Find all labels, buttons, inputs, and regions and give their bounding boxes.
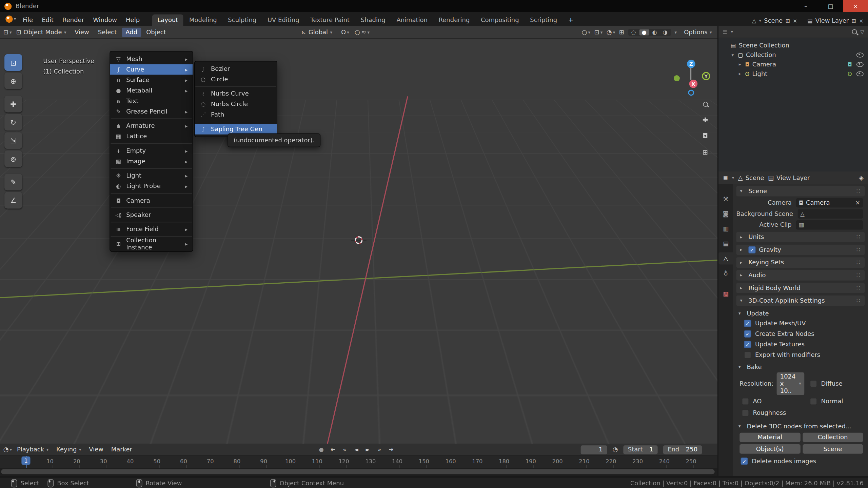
disclosure-triangle-icon[interactable]: ▸ — [737, 62, 743, 67]
add-menu-item-image[interactable]: ▧Image▸ — [110, 156, 193, 166]
shading-solid-button[interactable]: ● — [639, 29, 649, 35]
add-menu-item-curve[interactable]: ʃCurve▸ — [110, 64, 193, 75]
filter-icon[interactable]: ▽ — [860, 29, 864, 35]
pan-icon[interactable]: ✚ — [700, 115, 711, 126]
drag-handle-icon[interactable]: ∷ — [856, 187, 861, 195]
workspace-tab-compositing[interactable]: Compositing — [476, 14, 524, 26]
panel-header-units[interactable]: ▸Units∷ — [736, 232, 865, 242]
outliner-editor-icon[interactable]: ≡ — [723, 28, 728, 35]
workspace-tab-animation[interactable]: Animation — [392, 14, 433, 26]
properties-tab-applink[interactable]: ▩ — [718, 288, 733, 300]
tool-rotate[interactable]: ↻ — [4, 114, 22, 130]
jump-to-start-button[interactable]: ⇤ — [328, 445, 338, 454]
menu-window[interactable]: Window — [88, 14, 121, 26]
add-menu-item-grease-pencil[interactable]: ✎Grease Pencil▸ — [110, 106, 193, 117]
gizmo-neg-y-axis[interactable] — [674, 75, 680, 81]
add-menu-item-light[interactable]: ☀Light▸ — [110, 170, 193, 181]
add-menu-item-force-field[interactable]: ≋Force Field▸ — [110, 224, 193, 235]
viewport-menu-object[interactable]: Object — [142, 27, 170, 37]
playhead-frame-badge[interactable]: 1 — [21, 456, 31, 465]
disclosure-triangle-icon[interactable]: ▾ — [730, 53, 735, 58]
maximize-button[interactable]: □ — [818, 0, 843, 12]
start-frame-field[interactable]: Start 1 — [624, 445, 658, 454]
viewport-menu-select[interactable]: Select — [94, 27, 120, 37]
camera-view-icon[interactable]: ◘ — [700, 130, 711, 142]
chevron-down-icon[interactable]: ▾ — [731, 29, 733, 35]
timeline-scrollbar[interactable] — [0, 468, 717, 476]
delete-nodes-images-checkbox[interactable] — [741, 458, 748, 465]
drag-handle-icon[interactable]: ∷ — [856, 233, 861, 241]
workspace-tab-layout[interactable]: Layout — [153, 14, 183, 26]
add-menu-item-collection-instance[interactable]: ⊞Collection Instance▸ — [110, 239, 193, 249]
timeline-menu-view[interactable]: View — [86, 445, 107, 454]
blender-menu-icon[interactable] — [5, 16, 13, 23]
workspace-tab-scripting[interactable]: Scripting — [525, 14, 562, 26]
drag-handle-icon[interactable]: ∷ — [856, 284, 861, 291]
next-keyframe-button[interactable]: » — [375, 445, 384, 454]
timeline-menu-keying[interactable]: Keying▾ — [53, 445, 84, 454]
applink-panel-header[interactable]: ▾ 3D-Coat Applink Settings ∷ — [736, 296, 865, 306]
resolution-dropdown[interactable]: 1024 x 10.. ▾ — [777, 372, 805, 395]
timeline-menu-marker[interactable]: Marker — [108, 445, 136, 454]
add-menu-item-mesh[interactable]: ▽Mesh▸ — [110, 54, 193, 64]
remove-view-layer-icon[interactable]: × — [859, 18, 864, 24]
shading-material-preview-button[interactable]: ◐ — [650, 29, 659, 35]
pin-icon[interactable]: ◈ — [859, 174, 864, 181]
background-scene-field[interactable]: △ — [797, 209, 863, 219]
disclosure-triangle-icon[interactable]: ▸ — [737, 72, 743, 77]
outliner-row-camera[interactable]: ▸◘Camera◘ — [718, 60, 868, 69]
drag-handle-icon[interactable]: ∷ — [856, 246, 861, 253]
menu-edit[interactable]: Edit — [37, 14, 58, 26]
gizmo-y-axis[interactable]: Y — [702, 72, 710, 80]
panel-header-audio[interactable]: ▸Audio∷ — [736, 270, 865, 281]
gravity-checkbox[interactable] — [748, 246, 755, 253]
orientation-dropdown[interactable]: ⊾ Global ▾ — [298, 28, 336, 36]
overlays-dropdown[interactable]: ◔ ▾ — [607, 28, 615, 36]
curve-submenu-item-bezier[interactable]: ʃBezier — [195, 64, 277, 74]
properties-tab-world[interactable]: ♁ — [718, 267, 733, 280]
tool-measure[interactable]: ∠ — [4, 192, 22, 209]
end-frame-field[interactable]: End 250 — [663, 445, 702, 454]
add-menu-item-armature[interactable]: ⋔Armature▸ — [110, 121, 193, 131]
workspace-tab-uv-editing[interactable]: UV Editing — [262, 14, 304, 26]
options-dropdown[interactable]: Options ▾ — [680, 28, 715, 36]
tool-select-box[interactable]: ⊡ — [4, 54, 22, 71]
mode-dropdown[interactable]: ⊡ Object Mode ▾ — [13, 28, 70, 36]
properties-editor-icon[interactable]: ≣ — [723, 174, 728, 181]
scene-selector[interactable]: Scene — [764, 17, 783, 24]
timeline-editor-button[interactable]: ◔ ▾ — [3, 446, 12, 453]
panel-header-keying-sets[interactable]: ▸Keying Sets∷ — [736, 257, 865, 268]
properties-tab-output[interactable]: ▥ — [718, 222, 733, 235]
unlink-scene-icon[interactable]: × — [793, 18, 797, 24]
ao-checkbox[interactable] — [742, 398, 749, 405]
properties-tab-tool[interactable]: ⚒ — [718, 192, 733, 205]
add-menu-item-lattice[interactable]: ▦Lattice — [110, 131, 193, 142]
timeline-menu-playback[interactable]: Playback▾ — [14, 445, 52, 454]
panel-header-rigid-body-world[interactable]: ▸Rigid Body World∷ — [736, 283, 865, 293]
gizmo-neg-z-axis[interactable] — [688, 89, 694, 96]
properties-tab-view-layer[interactable]: ▤ — [718, 237, 733, 249]
add-menu-item-empty[interactable]: +Empty▸ — [110, 145, 193, 156]
zoom-icon[interactable] — [700, 99, 711, 110]
tool-annotate[interactable]: ✎ — [4, 174, 22, 190]
gizmo-z-axis[interactable]: Z — [687, 60, 695, 68]
3d-viewport[interactable]: User Perspective (1) Collection Z Y X ✚ … — [0, 39, 717, 444]
add-menu-item-surface[interactable]: ∩Surface▸ — [110, 75, 193, 85]
normal-checkbox[interactable] — [810, 398, 817, 405]
breadcrumb-scene[interactable]: △ Scene — [738, 174, 764, 181]
menu-render[interactable]: Render — [58, 14, 88, 26]
visibility-eye-icon[interactable] — [856, 53, 864, 58]
curve-submenu-item-nurbs-circle[interactable]: ◌Nurbs Circle — [195, 99, 277, 109]
outliner-row-collection[interactable]: ▾▢Collection — [718, 50, 868, 60]
add-menu-item-speaker[interactable]: ◁)Speaker — [110, 210, 193, 220]
workspace-tab-rendering[interactable]: Rendering — [434, 14, 475, 26]
shading-wireframe-button[interactable]: ◌ — [629, 29, 638, 35]
outliner-row-scene-collection[interactable]: ▤Scene Collection — [718, 41, 868, 50]
previous-keyframe-button[interactable]: « — [340, 445, 349, 454]
xray-toggle[interactable]: ⊞ — [619, 28, 624, 36]
export-with-modifiers-checkbox[interactable] — [744, 351, 751, 359]
jump-to-end-button[interactable]: ⇥ — [387, 445, 396, 454]
properties-tab-render[interactable]: ◙ — [718, 207, 733, 220]
active-clip-field[interactable]: ▥ — [796, 220, 863, 230]
drag-handle-icon[interactable]: ∷ — [856, 272, 861, 279]
